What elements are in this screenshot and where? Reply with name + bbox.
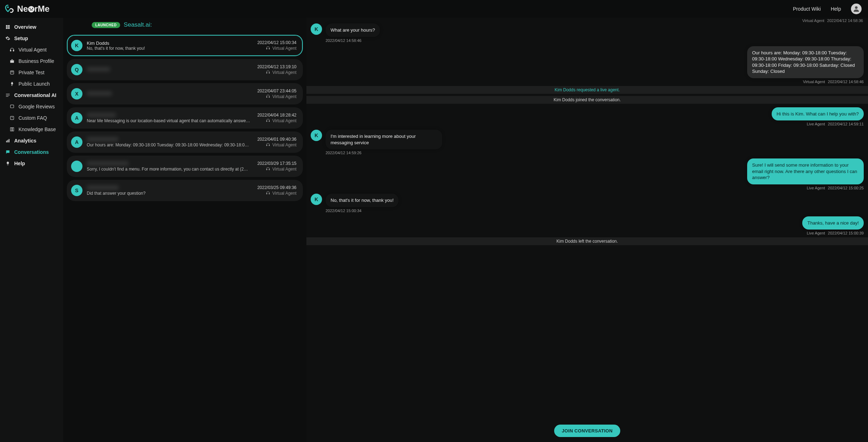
- message-time: 2022/04/12 15:00:25: [828, 186, 864, 190]
- system-message: Kim Dodds requested a live agent.: [306, 86, 868, 94]
- dashboard-icon: [5, 24, 11, 30]
- conversation-agent: Virtual Agent: [266, 94, 296, 99]
- sidebar-item-label: Analytics: [14, 138, 36, 144]
- conversation-time: 2022/04/04 18:28:42: [257, 113, 296, 118]
- conversation-meta: 2022/04/01 09:40:36Virtual Agent: [257, 137, 296, 148]
- headset-icon: [266, 118, 270, 124]
- conversation-list-panel: LAUNCHED Seasalt.ai: KKim DoddsNo, that'…: [63, 18, 306, 442]
- sidebar-item-business-profile[interactable]: Business Profile: [0, 55, 63, 67]
- svg-rect-29: [267, 145, 267, 146]
- topbar: NerMe Product Wiki Help: [0, 0, 868, 18]
- svg-rect-5: [8, 27, 10, 29]
- sidebar-item-label: Public Launch: [18, 81, 50, 87]
- svg-text:?: ?: [11, 117, 13, 119]
- conversation-preview: Our hours are: Monday: 09:30-18:00 Tuesd…: [87, 142, 250, 147]
- sidebar: Overview Setup Virtual Agent Business Pr…: [0, 18, 63, 442]
- message-col: No, that's it for now, thank you!2022/04…: [326, 194, 398, 213]
- conversation-agent: Virtual Agent: [266, 167, 296, 172]
- sidebar-item-virtual-agent[interactable]: Virtual Agent: [0, 44, 63, 55]
- conversation-card[interactable]: SDid that answer your question?2022/03/2…: [67, 180, 303, 201]
- sidebar-item-label: Private Test: [18, 70, 44, 75]
- conversation-avatar: A: [71, 136, 82, 148]
- message-row: Our hours are: Monday: 09:30-18:00 Tuesd…: [311, 46, 864, 84]
- product-wiki-link[interactable]: Product Wiki: [793, 6, 821, 12]
- sidebar-item-overview[interactable]: Overview: [0, 21, 63, 33]
- svg-rect-18: [6, 141, 7, 142]
- layout: Overview Setup Virtual Agent Business Pr…: [0, 18, 868, 442]
- chat-scroll[interactable]: KWhat are your hours?2022/04/12 14:58:46…: [306, 18, 868, 421]
- conversation-name: [87, 185, 253, 191]
- sidebar-item-analytics[interactable]: Analytics: [0, 135, 63, 146]
- sidebar-item-knowledge-base[interactable]: Knowledge Base: [0, 124, 63, 135]
- conversation-card[interactable]: AOur hours are: Monday: 09:30-18:00 Tues…: [67, 131, 303, 153]
- sidebar-item-setup[interactable]: Setup: [0, 33, 63, 44]
- chart-icon: [5, 138, 11, 144]
- svg-rect-28: [269, 120, 270, 122]
- svg-rect-20: [9, 139, 9, 142]
- message-author: Live Agent: [807, 186, 825, 190]
- sidebar-item-google-reviews[interactable]: Google Reviews: [0, 101, 63, 112]
- conversation-body: [87, 91, 253, 97]
- conversation-body: [87, 67, 253, 72]
- message-col: Hi this is Kim. What can I help you with…: [772, 107, 864, 126]
- sidebar-item-label: Conversational AI: [14, 92, 57, 98]
- sidebar-item-label: Custom FAQ: [18, 115, 47, 121]
- conversation-body: Our hours are: Monday: 09:30-18:00 Tuesd…: [87, 137, 253, 147]
- sidebar-item-conversations[interactable]: Conversations: [0, 146, 63, 158]
- sidebar-item-label: Conversations: [14, 149, 49, 155]
- message-col: Sure! I will send some more information …: [747, 158, 864, 190]
- chat-panel: Virtual Agent 2022/04/12 14:58:36 KWhat …: [306, 18, 868, 442]
- conversation-list: KKim DoddsNo, that's it for now, thank y…: [63, 32, 306, 205]
- conversation-agent-label: Virtual Agent: [272, 118, 296, 123]
- sidebar-item-public-launch[interactable]: Public Launch: [0, 78, 63, 90]
- conversation-card[interactable]: ANear Me Messaging is our location-based…: [67, 107, 303, 129]
- conversation-avatar: S: [71, 185, 82, 196]
- sidebar-item-help[interactable]: Help: [0, 158, 63, 169]
- join-conversation-button[interactable]: JOIN CONVERSATION: [554, 425, 621, 437]
- message-meta: Virtual Agent2022/04/12 14:58:46: [803, 80, 864, 84]
- message-avatar: K: [311, 194, 322, 205]
- message-row: KWhat are your hours?2022/04/12 14:58:46: [311, 23, 864, 43]
- main: LAUNCHED Seasalt.ai: KKim DoddsNo, that'…: [63, 18, 868, 442]
- message-time: 2022/04/12 14:58:46: [326, 38, 361, 43]
- conversation-card[interactable]: Sorry, I couldn't find a menu. For more …: [67, 156, 303, 177]
- sidebar-item-custom-faq[interactable]: ? Custom FAQ: [0, 112, 63, 124]
- rocket-icon: [9, 81, 15, 87]
- brand-text: NerMe: [17, 4, 49, 14]
- conversation-card[interactable]: X2022/04/07 23:44:05Virtual Agent: [67, 83, 303, 104]
- user-avatar[interactable]: [851, 4, 862, 14]
- message-time: 2022/04/12 14:58:46: [828, 80, 864, 84]
- conversation-body: Did that answer your question?: [87, 185, 253, 196]
- svg-rect-32: [269, 169, 270, 170]
- sidebar-item-label: Setup: [14, 36, 28, 41]
- sidebar-item-label: Business Profile: [18, 58, 54, 64]
- message-avatar: K: [311, 23, 322, 35]
- conversation-avatar: Q: [71, 64, 82, 75]
- conversation-meta: 2022/04/04 18:28:42Virtual Agent: [257, 113, 296, 124]
- conversation-time: 2022/03/25 09:49:36: [257, 185, 296, 190]
- conversation-card[interactable]: Q2022/04/12 13:19:10Virtual Agent: [67, 59, 303, 80]
- message-col: Our hours are: Monday: 09:30-18:00 Tuesd…: [747, 46, 864, 84]
- message-meta: Live Agent2022/04/12 15:00:39: [807, 231, 864, 235]
- conversation-agent-label: Virtual Agent: [272, 94, 296, 99]
- help-link[interactable]: Help: [831, 6, 841, 12]
- svg-rect-30: [269, 145, 270, 146]
- conversation-card[interactable]: KKim DoddsNo, that's it for now, thank y…: [67, 35, 303, 56]
- svg-rect-22: [269, 48, 270, 49]
- chat-icon: [5, 149, 11, 155]
- conversation-body: Kim DoddsNo, that's it for now, thank yo…: [87, 41, 253, 51]
- svg-rect-8: [10, 60, 14, 63]
- svg-rect-25: [267, 96, 267, 97]
- conversation-body: Sorry, I couldn't find a menu. For more …: [87, 161, 253, 172]
- svg-rect-31: [267, 169, 267, 170]
- svg-rect-27: [267, 120, 267, 122]
- conversation-preview: Near Me Messaging is our location-based …: [87, 118, 250, 123]
- conversation-time: 2022/04/01 09:40:36: [257, 137, 296, 142]
- conversation-meta: 2022/03/25 09:49:36Virtual Agent: [257, 185, 296, 196]
- conversation-agent: Virtual Agent: [266, 46, 296, 51]
- sidebar-item-conversational-ai[interactable]: Conversational AI: [0, 90, 63, 101]
- sidebar-item-label: Knowledge Base: [18, 126, 56, 132]
- sidebar-item-private-test[interactable]: Private Test: [0, 67, 63, 78]
- conversation-name: [87, 91, 253, 97]
- conversation-time: 2022/04/12 13:19:10: [257, 64, 296, 69]
